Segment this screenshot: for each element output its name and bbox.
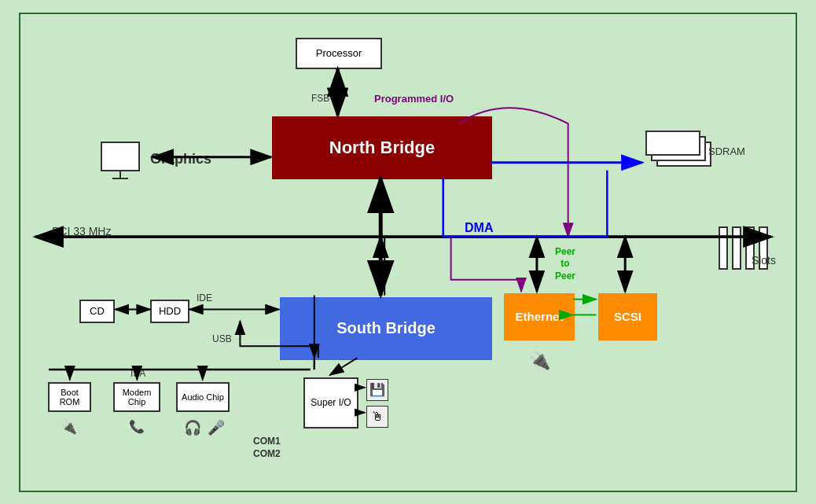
mic-icon: 🎤 [208, 419, 225, 436]
dma-label: DMA [465, 221, 493, 235]
slots-label: Slots [752, 254, 776, 267]
cd-label: CD [90, 305, 105, 317]
headphone-icon: 🎧 [184, 419, 201, 436]
com1-label: COM1 [253, 435, 281, 448]
usb-label: USB [212, 333, 232, 344]
north-bridge-label: North Bridge [329, 138, 435, 158]
phone-icon: 📞 [129, 419, 145, 434]
audio-chip-box: Audio Chip [176, 382, 230, 412]
graphics-label: Graphics [150, 151, 211, 167]
processor-label: Processor [316, 47, 362, 59]
floppy-icon-1: 💾 [366, 379, 388, 401]
com2-label: COM2 [253, 447, 281, 461]
modem-chip-label: Modem Chip [115, 388, 159, 407]
scsi-box: SCSI [598, 293, 657, 340]
boot-rom-label: Boot ROM [50, 388, 90, 407]
network-port-icon: 🔌 [529, 351, 550, 371]
ide-label: IDE [197, 292, 212, 304]
boot-rom-box: Boot ROM [48, 382, 91, 412]
modem-chip-box: Modem Chip [113, 382, 160, 412]
hdd-label: HDD [159, 305, 181, 317]
ethernet-label: Ethernet [516, 310, 564, 323]
slot-bar-2 [732, 226, 741, 270]
super-io-label: Super I/O [311, 397, 351, 408]
hdd-box: HDD [150, 300, 189, 323]
pci-label: PCI 33 MHz [52, 225, 111, 237]
south-bridge-label: South Bridge [336, 319, 436, 337]
north-bridge-box: North Bridge [272, 116, 492, 179]
south-bridge-box: South Bridge [280, 297, 492, 360]
processor-box: Processor [296, 38, 382, 69]
isa-label: ISA [130, 368, 145, 379]
programmed-io-label: Programmed I/O [374, 93, 454, 105]
network-icon-bootrom: 🔌 [61, 420, 77, 435]
scsi-label: SCSI [614, 310, 641, 323]
diagram-container: Processor North Bridge South Bridge Ethe… [19, 13, 797, 492]
monitor-icon [97, 142, 144, 185]
slot-bar-1 [719, 226, 728, 270]
ethernet-box: Ethernet [504, 293, 575, 340]
fsb-label: FSB [311, 93, 329, 104]
super-io-box: Super I/O [303, 377, 358, 429]
audio-chip-label: Audio Chip [182, 392, 224, 402]
peer-to-peer-label: Peer to Peer [555, 246, 575, 283]
svg-line-29 [330, 358, 358, 375]
cd-box: CD [79, 300, 115, 323]
floppy-icon-2: 🖱 [366, 406, 388, 428]
com-label: COM1 COM2 [253, 435, 281, 462]
sdram-label: SDRAM [708, 145, 748, 157]
